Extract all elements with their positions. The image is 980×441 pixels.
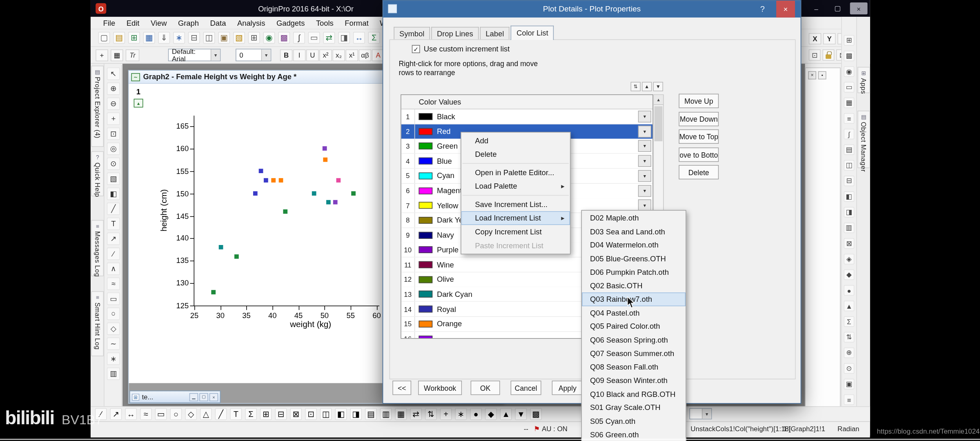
rescale-icon[interactable]: ↔ [353,32,365,44]
dialog-close-button[interactable]: × [776,1,795,18]
swap-v-icon[interactable]: ⇅ [425,408,437,420]
context-item-copy-increment-list[interactable]: Copy Increment List [461,225,570,239]
color-dropdown-button[interactable]: ▼ [638,140,651,152]
color-dropdown-button[interactable]: ▼ [638,125,651,137]
script-window-icon[interactable]: Σ [368,32,380,44]
cancel-button[interactable]: Cancel [511,381,541,395]
bold-button[interactable]: B [280,49,293,61]
submenu-item-q09-season-winter-oth[interactable]: Q09 Season Winter.oth [582,374,686,388]
color-row-black[interactable]: 1Black▼ [401,109,653,125]
menu-graph[interactable]: Graph [172,17,205,29]
context-item-load-increment-list[interactable]: Load Increment List► [461,211,570,225]
open-excel-icon[interactable]: ⊞ [128,32,140,44]
diamond-icon[interactable]: ◆ [485,408,497,420]
grid-close-icon[interactable]: ⊠ [290,408,302,420]
polygon-tool-icon[interactable]: ◇ [107,323,120,335]
paste-icon[interactable]: ▣ [218,32,230,44]
grid-box-icon[interactable]: ⊡ [305,408,317,420]
move-up-button[interactable]: Move Up [679,94,719,108]
grid-add-icon[interactable]: ⊞ [260,408,272,420]
panel-pin-icon[interactable]: ▪ [818,71,826,79]
panel-tab-apps[interactable]: ⊞Apps [858,67,870,93]
new-sheet-icon[interactable]: ⊞ [844,35,854,46]
apply-button[interactable]: Apply [552,381,584,395]
new-matrix-icon[interactable]: ▩ [278,32,290,44]
snap-icon[interactable]: ⊡ [809,49,821,61]
half-right-icon[interactable]: ◨ [844,207,854,218]
half-left-icon[interactable]: ◧ [335,408,347,420]
minimized-window[interactable]: ⊞ te... ▁▢× [129,391,220,403]
grid-tool-icon[interactable]: ▦ [111,49,123,61]
sidebar-tab-project-explorer[interactable]: ▤Project Explorer (4) [91,66,104,147]
panel-tab-object-manager[interactable]: ▤Object Manager [858,111,870,168]
rectangle-tool-icon[interactable]: ▭ [107,292,120,305]
submenu-item-d04-watermelon-oth[interactable]: D04 Watermelon.oth [582,238,686,252]
status-combo[interactable]: ▼ [689,408,712,419]
lock-icon[interactable] [822,49,834,61]
star-icon[interactable]: ∗ [455,408,467,420]
submenu-item-s01-gray-scale-oth[interactable]: S01 Gray Scale.OTH [582,401,686,414]
layer-icon[interactable]: ▲ [134,99,143,107]
folder-icon[interactable]: ▤ [844,145,854,155]
text-tool-icon[interactable]: T [107,218,120,230]
context-item-save-increment-list[interactable]: Save Increment List... [461,198,570,212]
checkbox-icon[interactable]: ✓ [412,45,420,53]
mini-restore-icon[interactable]: ▢ [199,393,208,401]
cells-icon[interactable]: ▦ [395,408,407,420]
layer-badge[interactable]: 1 [136,87,140,96]
polyline-tool-icon[interactable]: ∧ [107,263,120,275]
custom-increment-checkbox-row[interactable]: ✓ Use custom increment list [412,45,510,53]
cols-icon[interactable]: ▥ [380,408,392,420]
axis-y-button[interactable]: Y [823,33,836,45]
submenu-item-q05-paired-color-oth[interactable]: Q05 Paired Color.oth [582,320,686,333]
refresh-icon[interactable]: ⇄ [323,32,335,44]
equation-icon[interactable]: Σ [245,408,257,420]
new-graph-icon[interactable]: ◉ [263,32,275,44]
half-right-icon[interactable]: ◨ [350,408,362,420]
font-selector[interactable]: Default: Arial ▼ [168,49,221,61]
greek-button[interactable]: αβ [359,49,372,61]
context-item-open-in-palette-editor[interactable]: Open in Palette Editor... [461,166,570,180]
arrow-tool-icon[interactable]: ↗ [107,232,120,245]
mask-range-icon[interactable]: ◧ [107,187,120,200]
print-icon[interactable]: ⊟ [844,176,854,186]
chevron-down-icon[interactable]: ▼ [261,49,271,61]
tab-symbol[interactable]: Symbol [394,27,430,40]
sidebar-tab-quick-help[interactable]: ?Quick Help [91,151,104,196]
menu-edit[interactable]: Edit [121,17,145,29]
swap-h-icon[interactable]: ⇄ [410,408,422,420]
mini-close-icon[interactable]: × [209,393,218,401]
target-icon[interactable]: ⊙ [844,363,854,374]
tab-color-list[interactable]: Color List [511,26,554,40]
context-item-delete[interactable]: Delete [461,147,570,161]
subscript-button[interactable]: x₂ [332,49,345,61]
data-selector-icon[interactable]: ▧ [107,172,120,185]
axis-x-button[interactable]: X [809,33,822,45]
sidebar-tab-messages-log[interactable]: ≡Messages Log [91,220,104,276]
new-project-icon[interactable]: ▢ [98,32,110,44]
context-item-add[interactable]: Add [461,134,570,148]
up-icon[interactable]: ▲ [500,408,512,420]
grid-remove-icon[interactable]: ⊟ [275,408,287,420]
mini-minimize-icon[interactable]: ▁ [189,393,198,401]
panel-close-icon[interactable]: × [808,71,816,79]
new-workbook-icon[interactable]: ⊞ [248,32,260,44]
superscript-button[interactable]: x² [319,49,332,61]
zoom-out-icon[interactable]: ⊖ [107,98,120,110]
region-zoom-icon[interactable]: ⊡ [107,127,120,140]
scrollbar-thumb[interactable] [655,106,663,141]
new-layout-icon[interactable]: ▭ [308,32,320,44]
menu-tools[interactable]: Tools [310,17,339,29]
list-icon[interactable]: ≡ [844,394,854,405]
new-folder-icon[interactable]: ▧ [233,32,245,44]
menu-analysis[interactable]: Analysis [232,17,271,29]
zoom-in-icon[interactable]: ⊕ [107,82,120,95]
save-project-icon[interactable]: ▦ [143,32,155,44]
submenu-item-q06-season-spring-oth[interactable]: Q06 Season Spring.oth [582,333,686,347]
chevron-down-icon[interactable]: ▼ [211,49,220,61]
tab-drop-lines[interactable]: Drop Lines [431,27,479,40]
menu-data[interactable]: Data [205,17,232,29]
circle-tool-icon[interactable]: ○ [107,307,120,320]
new-function-icon[interactable]: ∫ [293,32,305,44]
submenu-item-d02-maple-oth[interactable]: D02 Maple.oth [582,211,686,225]
